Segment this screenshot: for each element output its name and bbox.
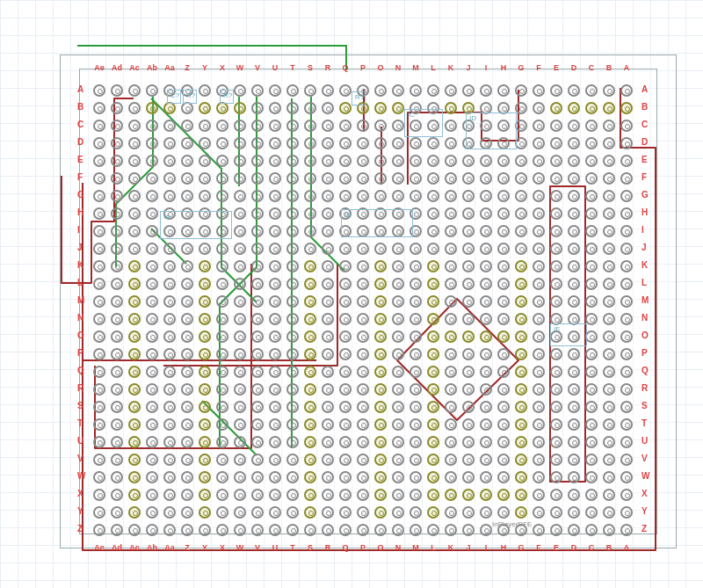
pad-hole <box>251 243 264 255</box>
pad-hole <box>339 243 352 255</box>
pad-hole <box>163 401 176 413</box>
pad-hole <box>269 155 281 167</box>
pad-hole <box>216 348 228 360</box>
pad-hole <box>392 471 404 483</box>
row-label: M <box>641 295 649 305</box>
pad-hole <box>322 137 334 149</box>
pad-hole <box>146 155 158 167</box>
pad-hole <box>199 436 211 448</box>
column-label: S <box>302 63 318 72</box>
pad-hole <box>620 260 633 272</box>
pad-hole <box>462 436 475 448</box>
pad-hole <box>181 260 193 272</box>
pad-hole <box>357 295 369 308</box>
pad-hole <box>251 401 264 413</box>
pad-hole <box>286 260 299 272</box>
pad-hole <box>128 366 141 378</box>
pad-hole <box>392 278 404 290</box>
pad-hole <box>568 278 580 290</box>
pad-hole <box>515 436 527 448</box>
pad-hole <box>93 454 105 466</box>
column-label: Ac <box>127 543 142 552</box>
column-label: Z <box>179 543 195 552</box>
row-label: C <box>641 120 648 129</box>
pad-hole <box>269 137 281 149</box>
pad-hole <box>181 471 193 483</box>
pad-hole <box>480 260 492 272</box>
pad-hole <box>181 418 193 431</box>
pad-hole <box>620 120 633 132</box>
pad-hole <box>216 524 228 536</box>
pad-hole <box>199 190 211 202</box>
pad-hole <box>216 172 228 185</box>
row-label: I <box>641 225 644 235</box>
pad-hole <box>322 102 334 114</box>
pad-hole <box>480 524 492 536</box>
row-label: Z <box>641 524 647 534</box>
pad-hole <box>497 278 510 290</box>
row-label: N <box>77 313 83 323</box>
column-label: L <box>425 63 441 72</box>
pad-hole <box>533 207 545 220</box>
pad-hole <box>603 137 615 149</box>
column-label: M <box>408 543 424 552</box>
pad-hole <box>427 330 439 343</box>
pad-hole <box>304 84 316 97</box>
pad-hole <box>199 366 211 378</box>
pad-hole <box>357 401 369 413</box>
column-label: G <box>513 543 529 552</box>
pad-hole <box>533 155 545 167</box>
pad-hole <box>234 366 246 378</box>
pad-hole <box>234 102 246 114</box>
column-label: A <box>619 63 634 72</box>
pad-hole <box>462 278 475 290</box>
pad-hole <box>163 454 176 466</box>
pad-hole <box>462 524 475 536</box>
pad-hole <box>568 260 580 272</box>
pad-hole <box>304 524 316 536</box>
pad-hole <box>445 471 457 483</box>
pad-hole <box>339 471 352 483</box>
pad-hole <box>409 313 422 325</box>
pad-hole <box>286 506 299 519</box>
pad-hole <box>251 278 264 290</box>
pad-hole <box>568 471 580 483</box>
pad-hole <box>251 295 264 308</box>
pad-hole <box>409 295 422 308</box>
pad-hole <box>568 84 580 97</box>
pad-hole <box>568 225 580 237</box>
pad-hole <box>111 383 123 396</box>
pad-hole <box>533 190 545 202</box>
pad-hole <box>304 401 316 413</box>
pad-hole <box>181 313 193 325</box>
pad-hole <box>585 330 598 343</box>
pad-hole <box>409 489 422 501</box>
pad-hole <box>550 471 562 483</box>
pad-hole <box>603 155 615 167</box>
pad-hole <box>427 260 439 272</box>
pad-hole <box>234 348 246 360</box>
pad-hole <box>111 506 123 519</box>
pad-hole <box>286 137 299 149</box>
pad-hole <box>357 524 369 536</box>
pad-hole <box>568 454 580 466</box>
pad-hole <box>163 172 176 185</box>
pad-hole <box>620 155 633 167</box>
pad-hole <box>234 383 246 396</box>
pad-hole <box>199 401 211 413</box>
pad-hole <box>181 295 193 308</box>
pad-hole <box>163 524 176 536</box>
column-label: Ac <box>127 63 142 72</box>
pad-hole <box>216 120 228 132</box>
pad-hole <box>322 120 334 132</box>
column-label: D <box>566 543 582 552</box>
pad-hole <box>462 489 475 501</box>
pad-hole <box>269 330 281 343</box>
pad-hole <box>181 137 193 149</box>
pad-hole <box>339 260 352 272</box>
column-label: Ae <box>91 543 107 552</box>
pad-hole <box>322 418 334 431</box>
pad-hole <box>515 278 527 290</box>
pad-hole <box>515 260 527 272</box>
pad-hole <box>603 295 615 308</box>
